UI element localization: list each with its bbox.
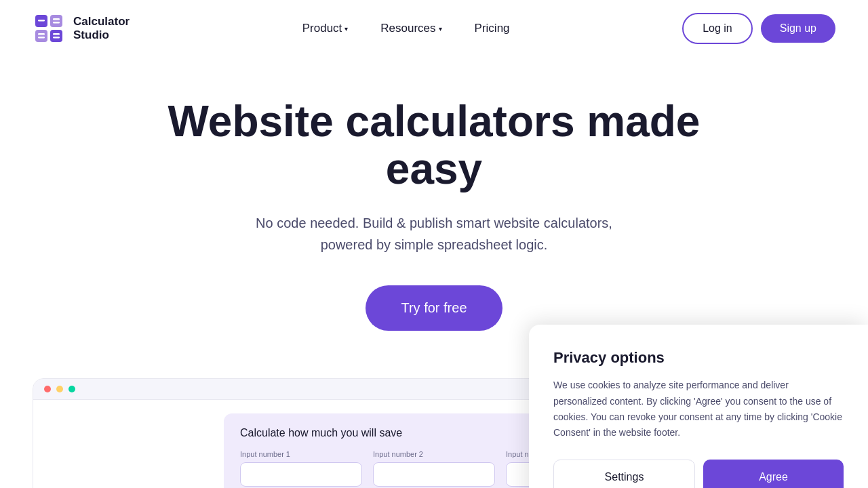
navbar: Calculator Studio Product ▾ Resources ▾ … xyxy=(0,0,868,57)
nav-links: Product ▾ Resources ▾ Pricing xyxy=(289,15,524,42)
input-label-1: Input number 1 xyxy=(240,450,362,458)
logo-icon xyxy=(33,12,65,45)
svg-rect-9 xyxy=(53,33,60,35)
privacy-actions: Settings Agree xyxy=(553,460,844,488)
nav-product-label: Product xyxy=(302,22,342,35)
input-group-1: Input number 1 xyxy=(240,450,362,487)
nav-resources-label: Resources xyxy=(380,22,435,35)
hero-section: Website calculators made easy No code ne… xyxy=(0,57,868,358)
resources-chevron-icon: ▾ xyxy=(439,25,442,33)
privacy-title: Privacy options xyxy=(553,349,844,367)
hero-title: Website calculators made easy xyxy=(129,98,739,193)
logo-link[interactable]: Calculator Studio xyxy=(33,12,130,45)
svg-rect-8 xyxy=(53,22,60,24)
svg-rect-5 xyxy=(38,33,45,35)
nav-pricing-label: Pricing xyxy=(475,22,510,35)
svg-rect-3 xyxy=(50,30,62,42)
svg-rect-4 xyxy=(38,20,45,22)
svg-rect-2 xyxy=(50,15,62,27)
agree-button[interactable]: Agree xyxy=(703,460,844,488)
input-label-2: Input number 2 xyxy=(373,450,495,458)
svg-rect-6 xyxy=(38,37,45,39)
privacy-body: We use cookies to analyze site performan… xyxy=(553,378,844,440)
input-box-1 xyxy=(240,462,362,487)
browser-dot-yellow xyxy=(56,386,63,392)
svg-rect-1 xyxy=(35,30,47,42)
nav-pricing[interactable]: Pricing xyxy=(461,15,524,42)
nav-resources[interactable]: Resources ▾ xyxy=(367,15,455,42)
input-group-2: Input number 2 xyxy=(373,450,495,487)
signup-button[interactable]: Sign up xyxy=(761,14,835,43)
svg-rect-7 xyxy=(53,18,60,20)
privacy-modal: Privacy options We use cookies to analyz… xyxy=(529,325,868,488)
hero-subtitle: No code needed. Build & publish smart we… xyxy=(237,212,631,256)
logo-text: Calculator Studio xyxy=(73,15,130,43)
try-for-free-button[interactable]: Try for free xyxy=(366,285,502,331)
input-box-2 xyxy=(373,462,495,487)
browser-dot-red xyxy=(44,386,51,392)
svg-rect-10 xyxy=(53,37,60,39)
nav-actions: Log in Sign up xyxy=(682,13,835,44)
settings-button[interactable]: Settings xyxy=(553,460,695,488)
nav-product[interactable]: Product ▾ xyxy=(289,15,362,42)
login-button[interactable]: Log in xyxy=(682,13,753,44)
product-chevron-icon: ▾ xyxy=(344,25,348,33)
browser-dot-green xyxy=(68,386,75,392)
